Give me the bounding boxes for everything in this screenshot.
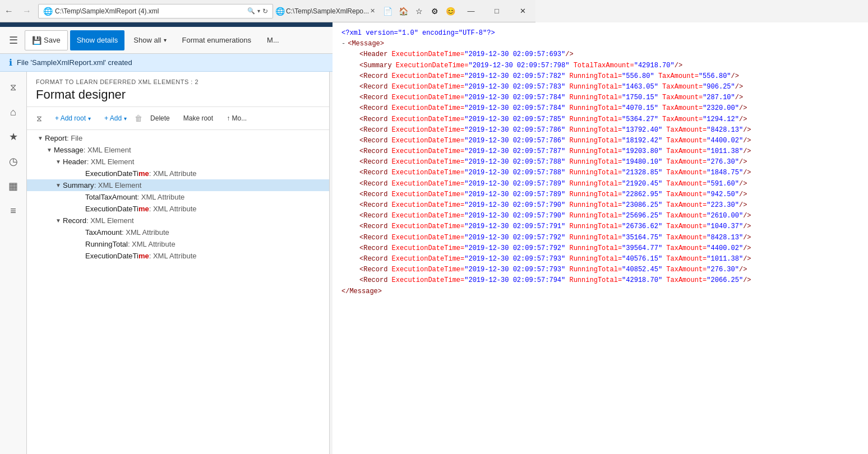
designer-toolbar: ⧖ + Add root ▾ + Add ▾ 🗑 Delete Make roo… — [27, 107, 329, 130]
hamburger-icon[interactable]: ☰ — [4, 34, 22, 47]
xml-header: <Header ExecutionDateTime="2019-12-30 02… — [341, 49, 859, 60]
browser-url: C:\Temp\SampleXmlReport (4).xml — [55, 7, 245, 15]
tree-item[interactable]: ExecutionDateTime: XML Attribute — [27, 250, 329, 262]
minimize-button[interactable]: — — [458, 2, 484, 20]
browser-tab-close[interactable]: ✕ — [370, 7, 375, 15]
xml-record-2: <Record ExecutionDateTime="2019-12-30 02… — [341, 82, 859, 92]
show-details-button[interactable]: Show details — [70, 30, 125, 50]
favorites-button[interactable]: ☆ — [411, 3, 427, 19]
make-root-button[interactable]: Make root — [178, 112, 219, 124]
chevron-down-icon: ▾ — [88, 115, 91, 122]
add-root-button[interactable]: + Add root ▾ — [49, 112, 96, 124]
xml-record-4: <Record ExecutionDateTime="2019-12-30 02… — [341, 103, 859, 114]
browser-back-button[interactable]: ← — [0, 2, 18, 20]
format-tree: ▼ Report: File ▼ Message: XML Element — [27, 130, 329, 454]
tree-item[interactable]: TaxAmount: XML Attribute — [27, 226, 329, 238]
browser-tab2-url[interactable]: C:\Temp\SampleXmlRepo... — [286, 7, 369, 15]
xml-message-open: -<Message> — [341, 39, 859, 49]
xml-record-1: <Record ExecutionDateTime="2019-12-30 02… — [341, 71, 859, 82]
move-button[interactable]: ↑ Mo... — [221, 112, 252, 124]
info-icon: ℹ — [9, 57, 12, 68]
save-icon: 💾 — [32, 36, 41, 45]
designer-header: FORMAT TO LEARN DEFERRED XML ELEMENTS : … — [27, 72, 329, 107]
grid-side-icon[interactable]: ▦ — [2, 175, 25, 197]
chevron-down-icon2: ▾ — [124, 115, 127, 122]
list-icon[interactable]: ≡ — [2, 200, 25, 222]
show-all-button[interactable]: Show all ▾ — [127, 30, 173, 50]
delete-icon: 🗑 — [135, 114, 142, 123]
xml-record-10: <Record ExecutionDateTime="2019-12-30 02… — [341, 168, 859, 178]
more-button[interactable]: M... — [260, 30, 286, 50]
xml-content: <?xml version="1.0" encoding="UTF-8"?> -… — [333, 22, 868, 454]
save-button[interactable]: 💾 Save — [25, 30, 68, 50]
format-enumerations-button[interactable]: Format enumerations — [176, 30, 258, 50]
maximize-button[interactable]: □ — [484, 2, 510, 20]
browser-forward-button[interactable]: → — [18, 2, 36, 20]
xml-record-6: <Record ExecutionDateTime="2019-12-30 02… — [341, 125, 859, 136]
xml-record-11: <Record ExecutionDateTime="2019-12-30 02… — [341, 179, 859, 189]
xml-record-20: <Record ExecutionDateTime="2019-12-30 02… — [341, 275, 859, 286]
tree-toggle[interactable]: ▼ — [54, 182, 63, 188]
tree-toggle[interactable]: ▼ — [54, 217, 63, 224]
designer-panel: FORMAT TO LEARN DEFERRED XML ELEMENTS : … — [27, 72, 330, 454]
search-icon: 🔍 — [247, 7, 255, 15]
main-toolbar: ☰ 💾 Save Show details Show all ▾ Format … — [0, 27, 335, 54]
xml-record-17: <Record ExecutionDateTime="2019-12-30 02… — [341, 243, 859, 254]
xml-declaration: <?xml version="1.0" encoding="UTF-8"?> — [341, 28, 859, 39]
close-button[interactable]: ✕ — [510, 2, 535, 20]
tree-item[interactable]: ▼ Report: File — [27, 132, 329, 144]
xml-record-9: <Record ExecutionDateTime="2019-12-30 02… — [341, 157, 859, 168]
xml-record-5: <Record ExecutionDateTime="2019-12-30 02… — [341, 114, 859, 125]
tree-item[interactable]: TotalTaxAmount: XML Attribute — [27, 191, 329, 203]
xml-record-13: <Record ExecutionDateTime="2019-12-30 02… — [341, 200, 859, 211]
delete-button[interactable]: Delete — [145, 112, 176, 124]
tree-item[interactable]: RunningTotal: XML Attribute — [27, 238, 329, 250]
tree-toggle[interactable]: ▼ — [36, 135, 45, 141]
home-button[interactable]: 🏠 — [395, 3, 411, 19]
xml-message-close: </Message> — [341, 286, 859, 297]
xml-record-3: <Record ExecutionDateTime="2019-12-30 02… — [341, 92, 859, 103]
add-button[interactable]: + Add ▾ — [99, 112, 132, 124]
xml-record-7: <Record ExecutionDateTime="2019-12-30 02… — [341, 136, 859, 146]
tree-item[interactable]: ▼ Record: XML Element — [27, 215, 329, 226]
designer-subtitle: FORMAT TO LEARN DEFERRED XML ELEMENTS : … — [36, 78, 320, 85]
refresh-icon: ↻ — [262, 7, 268, 15]
xml-summary: <Summary ExecutionDateTime="2019-12-30 0… — [341, 61, 859, 71]
emoji-button[interactable]: 😊 — [442, 3, 458, 19]
clock-icon[interactable]: ◷ — [2, 150, 25, 173]
home-side-icon[interactable]: ⌂ — [2, 101, 25, 123]
settings-button[interactable]: ⚙ — [427, 3, 442, 19]
browser-address-bar[interactable]: 🌐 C:\Temp\SampleXmlReport (4).xml 🔍 ▾ ↻ — [38, 4, 273, 18]
xml-record-18: <Record ExecutionDateTime="2019-12-30 02… — [341, 254, 859, 265]
xml-record-15: <Record ExecutionDateTime="2019-12-30 02… — [341, 221, 859, 232]
tree-item-selected[interactable]: ▼ Summary: XML Element — [27, 179, 329, 191]
notification-bar: ℹ File 'SampleXmlReport.xml' created — [0, 54, 335, 72]
designer-title: Format designer — [36, 87, 320, 102]
side-icon-bar: ⧖ ⌂ ★ ◷ ▦ ≡ — [0, 72, 27, 454]
tree-toggle[interactable]: ▼ — [45, 147, 54, 153]
notification-message: File 'SampleXmlReport.xml' created — [17, 58, 132, 67]
browser-ie-icon2: 🌐 — [275, 7, 285, 16]
filter-btn[interactable]: ⧖ — [31, 110, 47, 126]
tree-item[interactable]: ExecutionDateTime: XML Attribute — [27, 168, 329, 179]
new-tab-button[interactable]: 📄 — [380, 3, 395, 19]
tree-item[interactable]: ExecutionDateTime: XML Attribute — [27, 203, 329, 215]
browser-ie-icon: 🌐 — [43, 7, 53, 16]
xml-record-12: <Record ExecutionDateTime="2019-12-30 02… — [341, 189, 859, 200]
xml-record-8: <Record ExecutionDateTime="2019-12-30 02… — [341, 146, 859, 157]
xml-record-16: <Record ExecutionDateTime="2019-12-30 02… — [341, 233, 859, 243]
tree-toggle[interactable]: ▼ — [54, 159, 63, 165]
dropdown-icon: ▾ — [257, 8, 260, 14]
star-icon[interactable]: ★ — [2, 126, 25, 148]
xml-record-19: <Record ExecutionDateTime="2019-12-30 02… — [341, 265, 859, 275]
chevron-down-icon: ▾ — [164, 37, 167, 43]
filter-icon[interactable]: ⧖ — [2, 76, 25, 99]
tree-item[interactable]: ▼ Message: XML Element — [27, 144, 329, 156]
xml-record-14: <Record ExecutionDateTime="2019-12-30 02… — [341, 211, 859, 221]
tree-item[interactable]: ▼ Header: XML Element — [27, 156, 329, 168]
